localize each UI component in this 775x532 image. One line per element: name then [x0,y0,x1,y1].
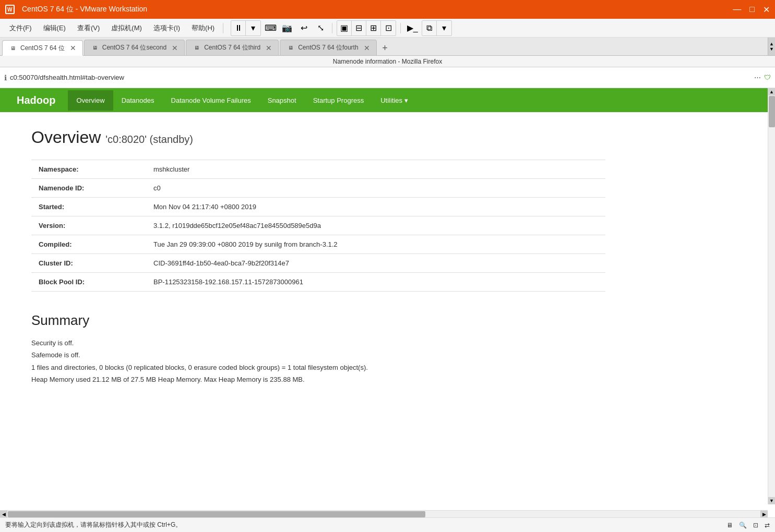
table-row: Compiled: Tue Jan 29 09:39:00 +0800 2019… [31,235,605,254]
menu-tabs[interactable]: 选项卡(I) [148,21,185,35]
minimize-button[interactable]: — [733,5,741,15]
summary-heading: Summary [31,312,736,329]
tab-icon-2: 🖥 [193,44,201,52]
toolbar-icons: ⏸ ▾ ⌨ 📷 ↩ ⤡ ▣ ⊟ ⊞ ⊡ ▶_ ⧉ ▾ [231,20,452,36]
table-row: Started: Mon Nov 04 21:17:40 +0800 2019 [31,198,605,216]
table-value-6: BP-1125323158-192.168.157.11-15728730009… [146,273,605,292]
browser-tab-label-0: CentOS 7 64 位 [20,44,65,53]
scroll-left-arrow[interactable]: ◀ [0,511,7,518]
titlebar-controls: — □ ✕ [733,5,770,15]
toolbar-separator2 [400,23,401,33]
nav-datanodes[interactable]: Datanodes [113,90,163,111]
fullscreen-button[interactable]: ⤡ [313,21,328,35]
menubar-separator [223,23,223,33]
table-row: Namenode ID: c0 [31,179,605,198]
titlebar-title: CentOS 7 64 位 - VMware Workstation [22,5,147,14]
statusbar-right: 🖥 🔍 ⊡ ⇄ [726,522,770,529]
menu-edit[interactable]: 编辑(E) [38,21,71,35]
scroll-down-arrow[interactable]: ▼ [768,497,776,504]
tab-scroll-up[interactable]: ▲ [769,41,774,46]
summary-line-0: Security is off. [31,337,736,349]
browser-tab-1[interactable]: 🖥 CentOS 7 64 位second ✕ [84,40,185,55]
browser-tab-2[interactable]: 🖥 CentOS 7 64 位third ✕ [186,40,279,55]
scroll-thumb[interactable] [769,96,775,127]
toolbar-separator [332,23,332,33]
statusbar: 要将输入定向到该虚拟机，请将鼠标指针移入其中或按 Ctrl+G。 🖥 🔍 ⊡ ⇄ [0,517,775,532]
tab-icon-0: 🖥 [9,44,17,52]
tab-icon-1: 🖥 [91,44,99,52]
pause-button[interactable]: ⏸ [231,21,246,35]
pause-dropdown[interactable]: ▾ [246,21,260,35]
titlebar-left: W CentOS 7 64 位 - VMware Workstation [5,5,147,14]
summary-line-1: Safemode is off. [31,349,736,361]
table-label-4: Compiled: [31,235,146,254]
window-button[interactable]: ⧉ [422,21,437,35]
vm-icon-2[interactable]: 🔍 [739,522,747,529]
table-value-1: c0 [146,179,605,198]
vm-icon-3[interactable]: ⊡ [753,522,758,529]
browser-tab-label-3: CentOS 7 64 位fourth [298,43,358,52]
nav-utilities[interactable]: Utilities ▾ [372,90,416,111]
horizontal-scrollbar[interactable]: ◀ ▶ [0,510,768,517]
address-input[interactable] [10,70,751,85]
scroll-up-arrow[interactable]: ▲ [768,88,776,95]
overview-title: Overview [31,128,101,147]
nav-overview[interactable]: Overview [68,90,113,111]
detach-button[interactable]: ⊡ [381,21,396,35]
vertical-scrollbar[interactable]: ▲ ▼ [768,88,775,504]
vm-icon-4[interactable]: ⇄ [765,522,770,529]
table-row: Block Pool ID: BP-1125323158-192.168.157… [31,273,605,292]
svg-text:W: W [7,7,13,13]
tab-close-3[interactable]: ✕ [364,44,370,52]
tab-close-2[interactable]: ✕ [266,44,272,52]
status-message: 要将输入定向到该虚拟机，请将鼠标指针移入其中或按 Ctrl+G。 [5,521,182,529]
summary-line-3: Heap Memory used 21.12 MB of 27.5 MB Hea… [31,373,736,385]
scroll-right-arrow[interactable]: ▶ [760,511,768,518]
table-label-0: Namespace: [31,160,146,179]
addressbar: ℹ ⋯ 🛡 [0,67,775,88]
browser-tab-3[interactable]: 🖥 CentOS 7 64 位fourth ✕ [280,40,376,55]
table-row: Version: 3.1.2, r1019dde65bcf12e05ef48ac… [31,216,605,235]
table-row: Cluster ID: CID-3691ff4d-1b50-4ea0-bca7-… [31,254,605,273]
titlebar: W CentOS 7 64 位 - VMware Workstation — □… [0,0,775,19]
split-4-button[interactable]: ⊞ [366,21,381,35]
view-button-group: ▣ ⊟ ⊞ ⊡ [337,20,396,36]
bookmark-icon[interactable]: ⋯ [754,74,761,81]
info-icon: ℹ [4,74,7,82]
main-content: Overview 'c0:8020' (standby) Namespace: … [0,112,768,528]
summary-line-2: 1 files and directories, 0 blocks (0 rep… [31,361,736,373]
tab-scroll-down[interactable]: ▼ [769,46,774,52]
terminal-button[interactable]: ▶_ [405,21,420,35]
nav-snapshot[interactable]: Snapshot [259,90,305,111]
window-dropdown[interactable]: ▾ [437,21,451,35]
table-value-2: Mon Nov 04 21:17:40 +0800 2019 [146,198,605,216]
hscroll-thumb[interactable] [8,511,425,517]
tab-close-1[interactable]: ✕ [172,44,178,52]
summary-text: Security is off. Safemode is off. 1 file… [31,337,736,386]
maximize-button[interactable]: □ [749,5,755,15]
nav-datanode-volume[interactable]: Datanode Volume Failures [163,90,259,111]
menu-vm[interactable]: 虚拟机(M) [106,21,147,35]
split-h-button[interactable]: ⊟ [352,21,366,35]
overview-host: 'c0:8020' (standby) [105,134,193,145]
send-keys-button[interactable]: ⌨ [263,21,278,35]
menu-view[interactable]: 查看(V) [72,21,105,35]
single-view-button[interactable]: ▣ [337,21,352,35]
table-label-2: Started: [31,198,146,216]
table-value-5: CID-3691ff4d-1b50-4ea0-bca7-9b2f20f314e7 [146,254,605,273]
close-button[interactable]: ✕ [763,5,770,15]
nav-startup-progress[interactable]: Startup Progress [305,90,373,111]
new-tab-button[interactable]: + [378,41,392,55]
browser-tab-label-1: CentOS 7 64 位second [102,43,166,52]
table-row: Namespace: mshkcluster [31,160,605,179]
menu-file[interactable]: 文件(F) [4,21,37,35]
browser-content: Hadoop Overview Datanodes Datanode Volum… [0,88,768,528]
snapshot-button[interactable]: 📷 [280,21,294,35]
table-value-4: Tue Jan 29 09:39:00 +0800 2019 by sunilg… [146,235,605,254]
revert-button[interactable]: ↩ [296,21,311,35]
vm-icon-1[interactable]: 🖥 [726,522,733,529]
browser-tab-0[interactable]: 🖥 CentOS 7 64 位 ✕ [2,40,83,56]
menu-help[interactable]: 帮助(H) [186,21,220,35]
overview-heading: Overview 'c0:8020' (standby) [31,128,736,147]
tab-close-0[interactable]: ✕ [70,44,76,52]
